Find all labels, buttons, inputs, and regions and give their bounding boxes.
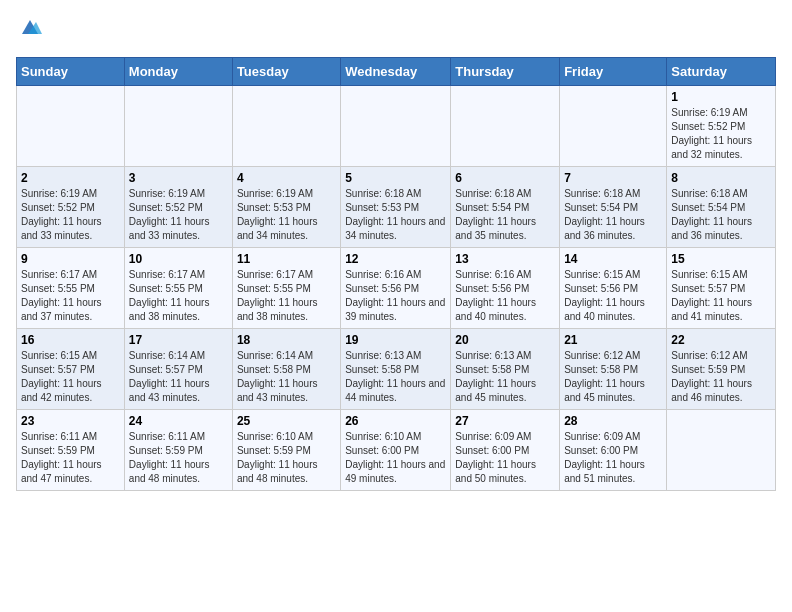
calendar-cell: 17Sunrise: 6:14 AM Sunset: 5:57 PM Dayli… (124, 329, 232, 410)
day-detail: Sunrise: 6:16 AM Sunset: 5:56 PM Dayligh… (455, 268, 555, 324)
day-number: 23 (21, 414, 120, 428)
day-detail: Sunrise: 6:17 AM Sunset: 5:55 PM Dayligh… (237, 268, 336, 324)
weekday-header-wednesday: Wednesday (341, 58, 451, 86)
calendar-week-4: 16Sunrise: 6:15 AM Sunset: 5:57 PM Dayli… (17, 329, 776, 410)
weekday-header-monday: Monday (124, 58, 232, 86)
calendar-cell: 12Sunrise: 6:16 AM Sunset: 5:56 PM Dayli… (341, 248, 451, 329)
header (16, 16, 776, 45)
calendar-cell: 24Sunrise: 6:11 AM Sunset: 5:59 PM Dayli… (124, 410, 232, 491)
day-detail: Sunrise: 6:10 AM Sunset: 6:00 PM Dayligh… (345, 430, 446, 486)
day-number: 12 (345, 252, 446, 266)
day-number: 10 (129, 252, 228, 266)
calendar-cell: 21Sunrise: 6:12 AM Sunset: 5:58 PM Dayli… (560, 329, 667, 410)
day-number: 19 (345, 333, 446, 347)
calendar-cell: 26Sunrise: 6:10 AM Sunset: 6:00 PM Dayli… (341, 410, 451, 491)
calendar-cell: 2Sunrise: 6:19 AM Sunset: 5:52 PM Daylig… (17, 167, 125, 248)
weekday-header-saturday: Saturday (667, 58, 776, 86)
day-detail: Sunrise: 6:19 AM Sunset: 5:53 PM Dayligh… (237, 187, 336, 243)
day-detail: Sunrise: 6:09 AM Sunset: 6:00 PM Dayligh… (455, 430, 555, 486)
day-number: 1 (671, 90, 771, 104)
calendar-cell (232, 86, 340, 167)
calendar-cell: 15Sunrise: 6:15 AM Sunset: 5:57 PM Dayli… (667, 248, 776, 329)
day-number: 9 (21, 252, 120, 266)
day-detail: Sunrise: 6:12 AM Sunset: 5:58 PM Dayligh… (564, 349, 662, 405)
calendar-cell: 8Sunrise: 6:18 AM Sunset: 5:54 PM Daylig… (667, 167, 776, 248)
day-detail: Sunrise: 6:17 AM Sunset: 5:55 PM Dayligh… (129, 268, 228, 324)
weekday-header-thursday: Thursday (451, 58, 560, 86)
calendar-cell (17, 86, 125, 167)
calendar-cell: 19Sunrise: 6:13 AM Sunset: 5:58 PM Dayli… (341, 329, 451, 410)
calendar-cell (451, 86, 560, 167)
day-detail: Sunrise: 6:15 AM Sunset: 5:57 PM Dayligh… (671, 268, 771, 324)
day-detail: Sunrise: 6:18 AM Sunset: 5:54 PM Dayligh… (455, 187, 555, 243)
calendar-cell: 6Sunrise: 6:18 AM Sunset: 5:54 PM Daylig… (451, 167, 560, 248)
day-detail: Sunrise: 6:11 AM Sunset: 5:59 PM Dayligh… (21, 430, 120, 486)
day-number: 6 (455, 171, 555, 185)
calendar-cell: 3Sunrise: 6:19 AM Sunset: 5:52 PM Daylig… (124, 167, 232, 248)
calendar-cell: 14Sunrise: 6:15 AM Sunset: 5:56 PM Dayli… (560, 248, 667, 329)
calendar-week-2: 2Sunrise: 6:19 AM Sunset: 5:52 PM Daylig… (17, 167, 776, 248)
day-detail: Sunrise: 6:14 AM Sunset: 5:57 PM Dayligh… (129, 349, 228, 405)
weekday-header-row: SundayMondayTuesdayWednesdayThursdayFrid… (17, 58, 776, 86)
calendar-cell: 11Sunrise: 6:17 AM Sunset: 5:55 PM Dayli… (232, 248, 340, 329)
calendar-cell: 23Sunrise: 6:11 AM Sunset: 5:59 PM Dayli… (17, 410, 125, 491)
calendar-cell: 22Sunrise: 6:12 AM Sunset: 5:59 PM Dayli… (667, 329, 776, 410)
day-detail: Sunrise: 6:09 AM Sunset: 6:00 PM Dayligh… (564, 430, 662, 486)
day-number: 17 (129, 333, 228, 347)
calendar-cell (341, 86, 451, 167)
day-detail: Sunrise: 6:18 AM Sunset: 5:53 PM Dayligh… (345, 187, 446, 243)
calendar-cell: 28Sunrise: 6:09 AM Sunset: 6:00 PM Dayli… (560, 410, 667, 491)
day-number: 21 (564, 333, 662, 347)
day-number: 24 (129, 414, 228, 428)
day-detail: Sunrise: 6:19 AM Sunset: 5:52 PM Dayligh… (129, 187, 228, 243)
calendar-cell: 4Sunrise: 6:19 AM Sunset: 5:53 PM Daylig… (232, 167, 340, 248)
day-number: 18 (237, 333, 336, 347)
calendar-cell (560, 86, 667, 167)
day-number: 13 (455, 252, 555, 266)
weekday-header-friday: Friday (560, 58, 667, 86)
calendar-cell: 27Sunrise: 6:09 AM Sunset: 6:00 PM Dayli… (451, 410, 560, 491)
calendar-cell: 16Sunrise: 6:15 AM Sunset: 5:57 PM Dayli… (17, 329, 125, 410)
calendar-cell: 20Sunrise: 6:13 AM Sunset: 5:58 PM Dayli… (451, 329, 560, 410)
day-number: 8 (671, 171, 771, 185)
day-number: 2 (21, 171, 120, 185)
day-number: 25 (237, 414, 336, 428)
day-number: 11 (237, 252, 336, 266)
day-detail: Sunrise: 6:13 AM Sunset: 5:58 PM Dayligh… (345, 349, 446, 405)
day-detail: Sunrise: 6:12 AM Sunset: 5:59 PM Dayligh… (671, 349, 771, 405)
calendar-week-3: 9Sunrise: 6:17 AM Sunset: 5:55 PM Daylig… (17, 248, 776, 329)
day-number: 20 (455, 333, 555, 347)
day-detail: Sunrise: 6:15 AM Sunset: 5:56 PM Dayligh… (564, 268, 662, 324)
calendar-week-5: 23Sunrise: 6:11 AM Sunset: 5:59 PM Dayli… (17, 410, 776, 491)
day-detail: Sunrise: 6:15 AM Sunset: 5:57 PM Dayligh… (21, 349, 120, 405)
day-detail: Sunrise: 6:11 AM Sunset: 5:59 PM Dayligh… (129, 430, 228, 486)
day-number: 14 (564, 252, 662, 266)
calendar-cell: 1Sunrise: 6:19 AM Sunset: 5:52 PM Daylig… (667, 86, 776, 167)
calendar-week-1: 1Sunrise: 6:19 AM Sunset: 5:52 PM Daylig… (17, 86, 776, 167)
day-detail: Sunrise: 6:19 AM Sunset: 5:52 PM Dayligh… (21, 187, 120, 243)
calendar-cell: 5Sunrise: 6:18 AM Sunset: 5:53 PM Daylig… (341, 167, 451, 248)
day-detail: Sunrise: 6:17 AM Sunset: 5:55 PM Dayligh… (21, 268, 120, 324)
calendar-cell (667, 410, 776, 491)
day-detail: Sunrise: 6:18 AM Sunset: 5:54 PM Dayligh… (671, 187, 771, 243)
day-number: 4 (237, 171, 336, 185)
day-number: 28 (564, 414, 662, 428)
day-detail: Sunrise: 6:19 AM Sunset: 5:52 PM Dayligh… (671, 106, 771, 162)
calendar-cell: 13Sunrise: 6:16 AM Sunset: 5:56 PM Dayli… (451, 248, 560, 329)
day-number: 5 (345, 171, 446, 185)
day-number: 26 (345, 414, 446, 428)
day-number: 7 (564, 171, 662, 185)
calendar-cell (124, 86, 232, 167)
day-number: 16 (21, 333, 120, 347)
day-number: 27 (455, 414, 555, 428)
weekday-header-tuesday: Tuesday (232, 58, 340, 86)
calendar-cell: 10Sunrise: 6:17 AM Sunset: 5:55 PM Dayli… (124, 248, 232, 329)
day-detail: Sunrise: 6:18 AM Sunset: 5:54 PM Dayligh… (564, 187, 662, 243)
day-number: 22 (671, 333, 771, 347)
calendar-cell: 9Sunrise: 6:17 AM Sunset: 5:55 PM Daylig… (17, 248, 125, 329)
day-detail: Sunrise: 6:16 AM Sunset: 5:56 PM Dayligh… (345, 268, 446, 324)
calendar-cell: 18Sunrise: 6:14 AM Sunset: 5:58 PM Dayli… (232, 329, 340, 410)
weekday-header-sunday: Sunday (17, 58, 125, 86)
logo-icon (18, 16, 42, 40)
calendar-cell: 7Sunrise: 6:18 AM Sunset: 5:54 PM Daylig… (560, 167, 667, 248)
